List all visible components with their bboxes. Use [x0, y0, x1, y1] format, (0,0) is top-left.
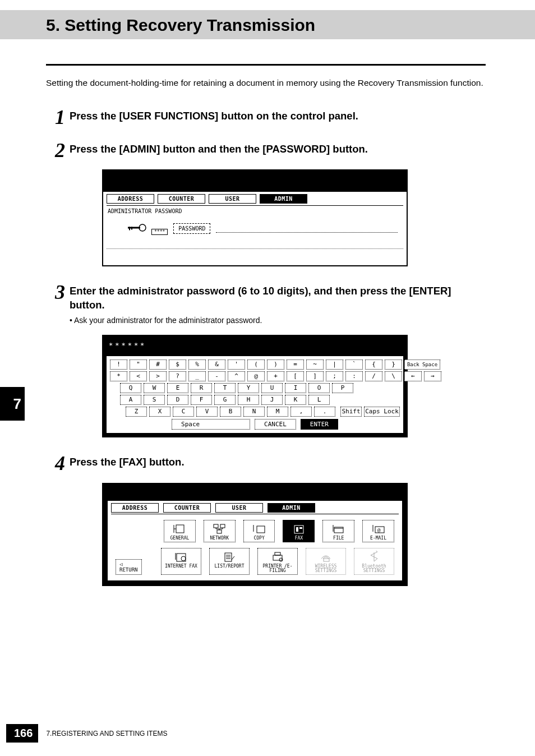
key-icon: **** — [126, 222, 168, 235]
key-F[interactable]: F — [191, 395, 212, 405]
key-N[interactable]: N — [243, 407, 265, 417]
key--[interactable]: - — [208, 371, 225, 381]
key-?[interactable]: ? — [169, 371, 186, 381]
key-Q[interactable]: Q — [120, 383, 141, 393]
key-K[interactable]: K — [285, 395, 306, 405]
key-D[interactable]: D — [167, 395, 188, 405]
key-#[interactable]: # — [149, 359, 167, 370]
key-([interactable]: ( — [247, 359, 265, 370]
tab-user[interactable]: USER — [209, 194, 256, 204]
admin-btn-printer-e-filing[interactable]: PRINTER /E-FILING — [257, 548, 298, 575]
tab-counter[interactable]: COUNTER — [158, 194, 205, 204]
key-H[interactable]: H — [238, 395, 259, 405]
admin-btn-label: NETWORK — [205, 536, 234, 541]
key-U[interactable]: U — [261, 383, 283, 393]
key-;[interactable]: ; — [326, 371, 343, 381]
key-)[interactable]: ) — [267, 359, 284, 370]
key-:[interactable]: : — [345, 371, 363, 381]
key-_[interactable]: _ — [188, 371, 206, 381]
key-+[interactable]: + — [267, 371, 284, 381]
svg-rect-18 — [273, 555, 282, 560]
key-C[interactable]: C — [173, 407, 194, 417]
key-Z[interactable]: Z — [126, 407, 147, 417]
key-A[interactable]: A — [120, 395, 141, 405]
key-P[interactable]: P — [332, 383, 353, 393]
key->[interactable]: > — [149, 371, 167, 381]
key-[[interactable]: [ — [287, 371, 304, 381]
key-`[interactable]: ` — [345, 359, 363, 370]
key-<[interactable]: < — [130, 371, 147, 381]
key-,[interactable]: , — [290, 407, 312, 417]
key-V[interactable]: V — [196, 407, 218, 417]
tab-counter[interactable]: COUNTER — [163, 503, 211, 513]
tab-admin[interactable]: ADMIN — [260, 194, 307, 204]
key-T[interactable]: T — [214, 383, 236, 393]
tab-address[interactable]: ADDRESS — [111, 503, 159, 513]
key-'[interactable]: ' — [228, 359, 245, 370]
key-^[interactable]: ^ — [228, 371, 245, 381]
key-}[interactable]: } — [385, 359, 402, 370]
password-button[interactable]: PASSWORD — [173, 223, 210, 234]
svg-rect-8 — [257, 526, 265, 533]
key-capslock[interactable]: Caps Lock — [364, 407, 400, 417]
return-button[interactable]: ◁ RETURN — [116, 559, 142, 575]
admin-btn-copy[interactable]: COPY — [243, 520, 275, 542]
key-enter[interactable]: ENTER — [301, 419, 338, 430]
admin-password-label: ADMINISTRATOR PASSWORD — [103, 206, 407, 215]
key-M[interactable]: M — [267, 407, 288, 417]
key-arrow-left[interactable]: ← — [404, 371, 422, 381]
key-Y[interactable]: Y — [238, 383, 259, 393]
admin-btn-general[interactable]: GENERAL — [164, 520, 196, 542]
key-{[interactable]: { — [365, 359, 382, 370]
admin-btn-e-mail[interactable]: @E-MAIL — [362, 520, 394, 542]
admin-btn-icon — [211, 551, 248, 563]
key-I[interactable]: I — [285, 383, 306, 393]
step-number: 1 — [46, 108, 70, 126]
admin-btn-label: COPY — [245, 536, 274, 541]
tab-address[interactable]: ADDRESS — [107, 194, 154, 204]
key-L[interactable]: L — [308, 395, 330, 405]
key-J[interactable]: J — [261, 395, 283, 405]
key-|[interactable]: | — [326, 359, 343, 370]
admin-btn-file[interactable]: FILE — [322, 520, 354, 542]
key-backspace[interactable]: Back Space — [404, 359, 440, 370]
key-@[interactable]: @ — [247, 371, 265, 381]
key-S[interactable]: S — [144, 395, 165, 405]
key-G[interactable]: G — [214, 395, 236, 405]
key-W[interactable]: W — [144, 383, 165, 393]
key-~[interactable]: ~ — [306, 359, 324, 370]
key-\[interactable]: \ — [385, 371, 402, 381]
tab-user[interactable]: USER — [215, 503, 263, 513]
key-*[interactable]: * — [110, 371, 127, 381]
key-O[interactable]: O — [308, 383, 330, 393]
admin-btn-label: FAX — [284, 536, 313, 541]
key-=[interactable]: = — [287, 359, 304, 370]
key-E[interactable]: E — [167, 383, 188, 393]
key-X[interactable]: X — [149, 407, 170, 417]
key-.[interactable]: . — [314, 407, 335, 417]
key-"[interactable]: " — [130, 359, 147, 370]
chapter-tab: 7 — [0, 387, 25, 421]
key-&[interactable]: & — [208, 359, 225, 370]
key-B[interactable]: B — [220, 407, 241, 417]
key-space[interactable]: Space — [172, 419, 250, 430]
key-][interactable]: ] — [306, 371, 324, 381]
svg-point-16 — [181, 556, 186, 561]
admin-btn-network[interactable]: NETWORK — [204, 520, 236, 542]
key-arrow-right[interactable]: → — [424, 371, 441, 381]
key-$[interactable]: $ — [169, 359, 186, 370]
key-/[interactable]: / — [365, 371, 382, 381]
admin-btn-fax[interactable]: FAX — [283, 520, 315, 542]
password-field[interactable] — [216, 225, 398, 233]
page: 5. Setting Recovery Transmission Setting… — [0, 0, 535, 756]
key-R[interactable]: R — [191, 383, 212, 393]
key-%[interactable]: % — [188, 359, 206, 370]
tab-admin[interactable]: ADMIN — [268, 503, 315, 513]
key-![interactable]: ! — [110, 359, 127, 370]
admin-btn-internet-fax[interactable]: INTERNET FAX — [161, 548, 201, 575]
key-cancel[interactable]: CANCEL — [255, 419, 296, 430]
key-shift[interactable]: Shift — [340, 407, 362, 417]
step-2: 2 Press the [ADMIN] button and then the … — [46, 141, 486, 159]
admin-btn-list-report[interactable]: LIST/REPORT — [209, 548, 250, 575]
step-title: Enter the administrator password (6 to 1… — [70, 284, 486, 312]
